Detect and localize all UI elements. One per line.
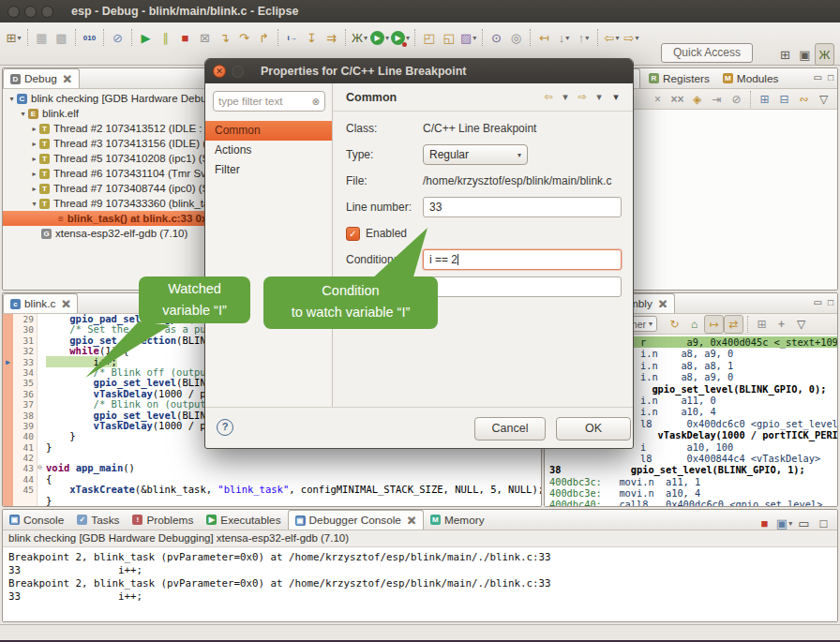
maximize-icon[interactable]: □ (828, 72, 833, 82)
binary-icon[interactable]: 010 (80, 26, 99, 49)
quick-access-button[interactable]: Quick Access (661, 43, 753, 63)
view-menu-icon[interactable]: ▽ (814, 90, 833, 109)
clear-filter-icon[interactable]: ⊗ (312, 97, 320, 107)
tree-arrow-icon[interactable]: ▸ (29, 125, 39, 133)
open-perspective-icon[interactable]: ⊞ (775, 43, 795, 66)
ignore-count-input[interactable]: 0 (423, 276, 622, 297)
view-menu-icon[interactable]: ▾ (608, 89, 623, 106)
maximize-icon[interactable]: □ (828, 297, 833, 307)
perspective-cpp-icon[interactable]: ▣ (795, 43, 815, 66)
tab-modules[interactable]: MModules (716, 68, 786, 88)
remove-all-breakpoints-icon[interactable]: ×× (668, 90, 687, 109)
tab-console[interactable]: ▣Console (3, 510, 70, 530)
tab-debug[interactable]: D Debug 🗙 (3, 68, 80, 88)
view-menu-icon[interactable]: ▽ (791, 315, 811, 334)
resume-icon[interactable]: ▶ (136, 26, 156, 49)
link-with-debug-view-icon[interactable]: ∾ (794, 90, 814, 109)
back-icon[interactable]: ⇦▾ (602, 26, 622, 49)
go-to-file-for-breakpoint-icon[interactable]: ⇥ (707, 90, 727, 109)
filter-input[interactable]: type filter text ⊗ (213, 91, 325, 112)
debug-icon[interactable]: Ж▾ (350, 26, 369, 49)
dialog-nav-item-filter[interactable]: Filter (205, 160, 332, 180)
line-number-input[interactable]: 33 (423, 197, 622, 217)
skip-all-breakpoints-icon[interactable]: ⊘ (108, 26, 128, 49)
forward-icon[interactable]: ⇨ (575, 89, 590, 106)
dialog-close-icon[interactable]: ✕ (213, 65, 226, 78)
tab-memory[interactable]: MMemory (424, 510, 491, 530)
suspend-icon[interactable]: ∥ (156, 26, 175, 49)
open-resource-icon[interactable]: ◱ (439, 26, 458, 49)
skip-all-breakpoints-icon[interactable]: ⊘ (727, 90, 746, 109)
close-icon[interactable]: 🗙 (658, 299, 668, 309)
refresh-icon[interactable]: ↻ (665, 315, 684, 334)
tab-executables[interactable]: ▶Executables (200, 510, 287, 530)
minimize-icon[interactable]: ▭ (814, 297, 822, 307)
step-return-icon[interactable]: ↱ (254, 26, 274, 49)
cancel-button[interactable]: Cancel (474, 417, 546, 440)
close-icon[interactable]: 🗙 (63, 74, 72, 84)
save-all-icon[interactable]: ▩ (52, 26, 71, 49)
close-icon[interactable]: 🗙 (61, 299, 70, 309)
dialog-nav-item-actions[interactable]: Actions (205, 141, 332, 160)
instruction-stepping-icon[interactable]: i→ (282, 26, 302, 49)
tree-arrow-icon[interactable]: ▾ (29, 200, 39, 208)
last-edit-location-icon[interactable]: ↤ (534, 26, 554, 49)
tab-debugger-console[interactable]: ▣Debugger Console🗙 (288, 510, 424, 530)
expand-all-icon[interactable]: ⊞ (755, 90, 774, 109)
next-annotation-icon[interactable]: ↓▾ (554, 26, 574, 49)
home-icon[interactable]: ⌂ (684, 315, 704, 334)
open-new-view-icon[interactable]: ⊞ (752, 315, 772, 334)
run-icon[interactable]: ▶▾ (369, 26, 390, 49)
minimize-icon[interactable]: ▭ (814, 72, 822, 82)
mark-occurrences-icon[interactable]: ◎ (506, 26, 526, 49)
back-icon[interactable]: ⇦ (541, 89, 556, 106)
terminate-console-icon[interactable]: ■ (755, 512, 774, 534)
help-button[interactable]: ? (217, 419, 233, 436)
tree-arrow-icon[interactable]: ▸ (29, 140, 39, 148)
tree-arrow-icon[interactable]: ▸ (29, 185, 39, 193)
drop-to-frame-icon[interactable]: ↧ (302, 26, 322, 49)
tree-arrow-icon[interactable]: ▾ (18, 110, 28, 118)
step-over-icon[interactable]: ↷ (234, 26, 254, 49)
condition-input[interactable]: i == 2 (423, 249, 622, 270)
track-expression-icon[interactable]: ↦ (704, 315, 724, 334)
pin-icon[interactable]: + (772, 315, 791, 334)
tree-arrow-icon[interactable]: ▸ (29, 170, 39, 178)
external-tools-icon[interactable]: ▶▾ (390, 26, 411, 49)
type-combo[interactable]: Regular▾ (423, 144, 528, 165)
tab-registers[interactable]: RRegisters (642, 68, 716, 88)
back-dropdown-icon[interactable]: ▾ (558, 89, 573, 106)
open-element-icon[interactable]: ◰ (419, 26, 439, 49)
step-into-icon[interactable]: ↴ (215, 26, 234, 49)
search-icon[interactable]: ⊙ (487, 26, 506, 49)
use-step-filters-icon[interactable]: ⇉ (322, 26, 341, 49)
maximize-icon[interactable]: □ (814, 512, 833, 534)
terminate-icon[interactable]: ■ (175, 26, 195, 49)
save-icon[interactable]: ▦ (32, 26, 52, 49)
console-output[interactable]: Breakpoint 2, blink_task (pvParameter=0x… (3, 547, 837, 621)
ok-button[interactable]: OK (556, 417, 631, 440)
display-selected-console-icon[interactable]: ▣▾ (774, 512, 794, 534)
collapse-all-icon[interactable]: ⊟ (774, 90, 794, 109)
remove-breakpoint-icon[interactable]: × (648, 90, 668, 109)
fold-marker-icon[interactable]: ⊖ (38, 463, 46, 473)
perspective-debug-icon[interactable]: Ж (815, 43, 834, 66)
forward-icon[interactable]: ⇨▾ (622, 26, 641, 49)
sync-with-active-context-icon[interactable]: ⇄ (724, 315, 743, 334)
show-breakpoints-supported-icon[interactable]: ◈ (687, 90, 707, 109)
close-icon[interactable]: 🗙 (407, 515, 416, 526)
tree-arrow-icon[interactable]: ▾ (7, 95, 17, 103)
window-close-icon[interactable] (8, 6, 20, 18)
previous-annotation-icon[interactable]: ↑▾ (574, 26, 593, 49)
window-minimize-icon[interactable] (24, 6, 37, 18)
tree-arrow-icon[interactable]: ▸ (29, 155, 39, 163)
dialog-nav-item-common[interactable]: Common (205, 121, 332, 141)
annotate-icon[interactable]: ▨▾ (458, 26, 478, 49)
forward-dropdown-icon[interactable]: ▾ (592, 89, 607, 106)
minimize-icon[interactable]: ▭ (794, 512, 814, 534)
new-wizard-icon[interactable]: ⊞▾ (4, 26, 23, 49)
tab-problems[interactable]: !Problems (126, 510, 200, 530)
window-maximize-icon[interactable] (41, 6, 53, 18)
tab-tasks[interactable]: ✓Tasks (70, 510, 126, 530)
tab-blink-c[interactable]: c blink.c 🗙 (3, 293, 78, 313)
